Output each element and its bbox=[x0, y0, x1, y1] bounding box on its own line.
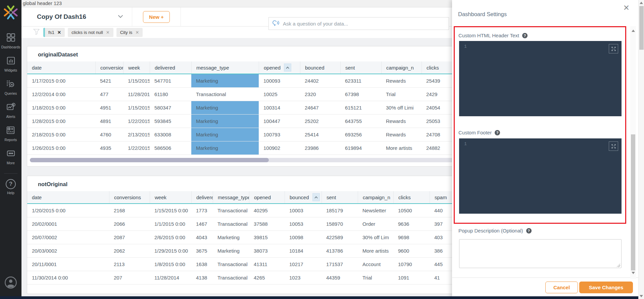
column-header-delivered[interactable]: delivered bbox=[191, 191, 213, 203]
column-header-date[interactable]: date bbox=[27, 191, 109, 203]
chevron-down-icon[interactable] bbox=[118, 14, 123, 20]
panel-scrollbar[interactable] bbox=[630, 26, 636, 279]
column-header-label: bounced bbox=[305, 65, 325, 71]
table-cell-delivered: 586506 bbox=[150, 141, 191, 155]
column-header-delivered[interactable]: delivered bbox=[150, 61, 191, 74]
filter-chip-city[interactable]: City is ✕ bbox=[116, 28, 143, 37]
expand-fullscreen-icon[interactable] bbox=[609, 141, 618, 151]
table-cell-date: 1/20/2015 0:00 bbox=[27, 204, 109, 217]
sidebar-item-dashboards[interactable]: Dashboards bbox=[1, 33, 20, 49]
column-header-campaign_name[interactable]: campaign_n bbox=[358, 191, 393, 203]
scroll-up-arrow-icon[interactable] bbox=[640, 2, 643, 4]
sidebar-item-label: More bbox=[7, 161, 15, 165]
close-icon[interactable]: ✕ bbox=[135, 30, 139, 35]
scrollbar-thumb[interactable] bbox=[30, 158, 269, 162]
table-cell-conversions: 2087 bbox=[109, 231, 150, 244]
scrollbar-thumb[interactable] bbox=[639, 6, 644, 50]
column-header-label: campaign_n bbox=[386, 65, 414, 71]
dashboard-title-block[interactable]: Copy Of Dash16 bbox=[21, 7, 132, 26]
scroll-up-arrow-icon[interactable] bbox=[632, 30, 635, 32]
column-header-sent[interactable]: sent bbox=[340, 61, 381, 74]
sidebar-item-queries[interactable]: Queries bbox=[5, 79, 17, 95]
sidebar-item-reports[interactable]: Reports bbox=[5, 126, 17, 142]
table-cell-campaign_name: Order bbox=[358, 217, 393, 230]
sidebar-item-alerts[interactable]: Alerts bbox=[6, 102, 15, 119]
table-row: 1/26/2015 0:0049351/22/2015586506Marketi… bbox=[27, 141, 459, 155]
scrollbar-thumb[interactable] bbox=[631, 134, 635, 270]
column-header-conversions[interactable]: conversions bbox=[95, 61, 123, 74]
widget-title: originalDataset bbox=[27, 46, 459, 61]
column-header-label: date bbox=[32, 65, 42, 71]
table-cell-opened: 41311 bbox=[249, 258, 285, 271]
table-cell-campaign_name: Trial bbox=[358, 271, 393, 284]
table-cell-bounced: 24402 bbox=[300, 74, 340, 87]
more-ellipsis-icon bbox=[6, 149, 15, 159]
expand-fullscreen-icon[interactable] bbox=[609, 44, 618, 53]
table-cell-opened: 40295 bbox=[249, 204, 285, 217]
column-header-bounced[interactable]: bounced bbox=[300, 61, 340, 74]
scroll-down-arrow-icon[interactable] bbox=[640, 295, 643, 297]
table-cell-message_type: Marketing bbox=[191, 101, 259, 114]
column-header-label: spam bbox=[435, 195, 447, 200]
column-header-week[interactable]: week bbox=[150, 191, 191, 203]
search-placeholder: Ask a question of your data... bbox=[283, 21, 348, 27]
app-logo-icon[interactable] bbox=[3, 5, 18, 22]
user-avatar[interactable] bbox=[4, 276, 17, 290]
column-header-opened[interactable]: opened bbox=[259, 61, 300, 74]
close-icon[interactable]: ✕ bbox=[623, 4, 630, 12]
table-row: 12/2/2014 0:0047711/28/201461180Transact… bbox=[27, 88, 459, 101]
new-block: New + bbox=[132, 7, 181, 26]
sort-ascending-icon[interactable] bbox=[312, 193, 320, 201]
ask-data-voice-icon bbox=[272, 19, 280, 28]
column-header-label: conversions bbox=[114, 195, 141, 200]
column-header-bounced[interactable]: bounced bbox=[285, 191, 321, 203]
column-header-message_type[interactable]: message_type bbox=[213, 191, 249, 203]
popup-description-textarea[interactable] bbox=[459, 239, 622, 268]
sidebar-item-widgets[interactable]: Widgets bbox=[4, 56, 17, 72]
close-icon[interactable]: ✕ bbox=[57, 30, 61, 35]
table-cell-message_type: Transactional bbox=[213, 204, 249, 217]
help-tooltip-icon[interactable]: ? bbox=[526, 228, 532, 233]
table-cell-delivered: 593845 bbox=[150, 115, 191, 128]
table-cell-sent: 413786 bbox=[321, 244, 358, 257]
column-header-clicks[interactable]: clicks bbox=[393, 191, 430, 203]
help-tooltip-icon[interactable]: ? bbox=[495, 130, 500, 135]
sort-ascending-icon[interactable] bbox=[284, 63, 291, 72]
column-header-date[interactable]: date bbox=[27, 61, 95, 74]
editor-line-number: 1 bbox=[464, 141, 467, 146]
column-header-message_type[interactable]: message_type bbox=[191, 61, 259, 74]
custom-html-header-editor[interactable]: 1 bbox=[459, 41, 622, 116]
close-icon[interactable]: ✕ bbox=[106, 30, 110, 35]
custom-footer-editor[interactable]: 1 bbox=[459, 138, 622, 214]
help-tooltip-icon[interactable]: ? bbox=[522, 33, 528, 38]
column-header-opened[interactable]: opened bbox=[249, 191, 285, 203]
new-dashboard-button[interactable]: New + bbox=[143, 11, 170, 23]
table-cell-week: 1/1/2015 0:00 bbox=[150, 217, 191, 230]
column-header-week[interactable]: week bbox=[123, 61, 150, 74]
horizontal-scrollbar[interactable] bbox=[30, 158, 456, 162]
scroll-down-arrow-icon[interactable] bbox=[632, 272, 635, 274]
cancel-button[interactable]: Cancel bbox=[545, 282, 578, 293]
sidebar-item-more[interactable]: More bbox=[6, 149, 15, 165]
save-changes-button[interactable]: Save Changes bbox=[579, 282, 633, 293]
table-cell-week: 2/6/2015 0:00 bbox=[150, 231, 191, 244]
table-cell-date: 12/2/2014 0:00 bbox=[27, 88, 95, 101]
column-header-campaign_name[interactable]: campaign_n bbox=[381, 61, 422, 74]
sidebar-item-label: Alerts bbox=[6, 115, 15, 119]
sidebar-item-help[interactable]: ? Help bbox=[6, 179, 16, 195]
column-header-conversions[interactable]: conversions bbox=[109, 191, 150, 203]
custom-footer-label: Custom Footer ? bbox=[458, 130, 500, 135]
filter-chip-fs1[interactable]: fs1 ✕ bbox=[43, 28, 65, 37]
column-header-label: conversions bbox=[100, 65, 123, 71]
table-cell-clicks: 10790 bbox=[393, 258, 430, 271]
column-header-sent[interactable]: sent bbox=[321, 191, 358, 203]
table-cell-week: 2/13/2015 bbox=[123, 128, 150, 141]
filter-funnel-icon[interactable] bbox=[33, 28, 40, 37]
widget-original-dataset: originalDataset dateconversionsweekdeliv… bbox=[27, 46, 460, 167]
filter-chip-clicks[interactable]: clicks is not null ✕ bbox=[68, 28, 113, 37]
page-scrollbar[interactable] bbox=[638, 0, 644, 299]
table-cell-conversions: 4935 bbox=[95, 141, 123, 155]
ask-data-searchbox[interactable]: Ask a question of your data... bbox=[268, 17, 449, 30]
table-cell-date: 20/11/0001 bbox=[27, 258, 109, 271]
table-cell-campaign_name: More artists bbox=[358, 244, 393, 257]
